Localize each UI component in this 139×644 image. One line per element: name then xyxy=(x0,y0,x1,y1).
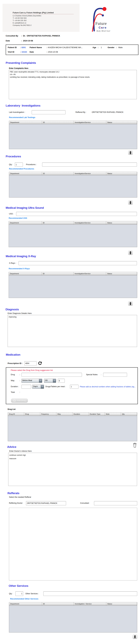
column-header: Department xyxy=(9,172,42,175)
way-label-colon: : xyxy=(20,380,20,382)
total-label-colon: : xyxy=(20,391,20,393)
gender-label: Gender xyxy=(108,46,114,48)
consult-date-label: Date xyxy=(6,40,10,42)
way-label-word: Way xyxy=(11,380,14,382)
xray-input-label: X-Rays : xyxy=(9,262,16,264)
procedures-table-body[interactable] xyxy=(9,175,137,198)
meal-timing-value: Before Meal xyxy=(22,379,39,382)
complaints-textarea[interactable]: FBC seen neutrophils elevated 77.5, mono… xyxy=(9,70,137,99)
column-header: Status xyxy=(106,121,137,124)
refferals-sub-label: Select the needed Refferal xyxy=(9,496,31,498)
uss-table-body[interactable] xyxy=(9,224,137,247)
other-services-input[interactable] xyxy=(43,592,137,596)
procedures-input[interactable] xyxy=(42,162,137,166)
drug-input[interactable] xyxy=(22,373,82,377)
frequency-select[interactable]: OD ▼ xyxy=(44,379,56,383)
recommended-xray-link[interactable]: Recommended X-Rays xyxy=(9,268,30,270)
lab-heading: Laboratory Investigations xyxy=(6,104,40,107)
prescription-id-input[interactable] xyxy=(24,361,36,366)
xray-table-body[interactable] xyxy=(9,276,137,298)
column-header: Way xyxy=(56,412,72,416)
company-title: Future Care by Future Holdings (Pty) Lim… xyxy=(13,12,78,14)
xray-delete-button[interactable] xyxy=(128,302,133,306)
uss-delete-button[interactable] xyxy=(128,251,133,255)
other-qty-input[interactable] xyxy=(16,592,23,596)
column-header: Drug ID xyxy=(8,412,24,416)
column-header: Status xyxy=(106,172,137,175)
column-header: ID xyxy=(42,121,74,124)
add-drug-button[interactable]: + Add Drug xyxy=(11,399,28,403)
lab-table-body[interactable] xyxy=(9,124,137,149)
reffering-doctor-input[interactable] xyxy=(26,501,66,505)
recommended-lab-testings-link[interactable]: Recommended Lab Testings xyxy=(9,116,35,118)
uss-input[interactable] xyxy=(16,212,137,216)
reffered-by-label: Reffered By : xyxy=(76,111,86,113)
column-header: Department xyxy=(9,272,42,275)
per-meal-input[interactable] xyxy=(70,385,78,389)
patient-row-2: Visit ID : 16164 Date : 2024-10-08 xyxy=(6,51,138,54)
drug-list-label: Drug List xyxy=(8,408,16,410)
column-header: Investigation/Service xyxy=(74,221,106,224)
meal-timing-select[interactable]: Before Meal ▼ xyxy=(22,379,42,383)
reffering-doctor-label: Reffering Doctor xyxy=(9,502,22,504)
visit-date-colon: : xyxy=(47,51,47,53)
other-services-delete-button[interactable] xyxy=(133,635,137,639)
column-header: Status xyxy=(106,272,137,275)
procedures-delete-button[interactable] xyxy=(128,200,133,205)
age-value: 1 xyxy=(101,46,102,48)
advice-textarea[interactable]: continue current mgt reassure xyxy=(8,453,137,486)
duration-unit-select[interactable]: Day/s ▼ xyxy=(32,385,44,389)
consult-date-colon: : xyxy=(21,40,22,42)
uss-table: DepartmentIDInvestigation/ServiceStatus xyxy=(9,221,137,247)
column-header: Duration xyxy=(72,412,89,416)
total-label: Total : xyxy=(11,391,20,393)
refresh-prescription-button[interactable] xyxy=(38,361,42,366)
consultant-input[interactable] xyxy=(94,501,137,505)
gender-colon: : xyxy=(116,46,116,48)
uss-input-label: USS : xyxy=(9,213,14,215)
column-header: Department xyxy=(9,121,42,124)
column-header: Investigation/Service xyxy=(74,172,106,175)
chevron-down-icon: ▼ xyxy=(39,379,42,382)
xray-table-header: DepartmentIDInvestigation/ServiceStatus xyxy=(9,272,137,276)
lab-delete-button[interactable] xyxy=(128,150,133,155)
procedures-qty-input[interactable] xyxy=(15,162,23,166)
diagnosis-textarea[interactable]: improving xyxy=(8,315,137,347)
advice-delete-button[interactable] xyxy=(133,442,137,448)
column-header: Drug xyxy=(24,412,40,416)
recommended-other-services-link[interactable]: Recommended Other Services xyxy=(10,598,38,600)
patient-info-box: Patient ID : 8261 Patient Name : KAIZEN … xyxy=(6,44,138,55)
procedures-input-label: Procedures : xyxy=(26,164,36,166)
recommended-procedures-link[interactable]: Recommended Procedures xyxy=(9,168,34,170)
duration-input[interactable] xyxy=(22,385,31,389)
company-info: Future Care by Future Holdings (Pty) Lim… xyxy=(13,12,78,26)
consulted-by-value: Dr. ORITSETSETOS RAPHAEL PINNICK xyxy=(23,35,60,37)
patient-id-label: Patient ID xyxy=(8,46,17,48)
recommended-uss-link[interactable]: Recommended USS xyxy=(9,217,27,219)
other-input-label: Other Services : xyxy=(26,592,39,595)
drug-list-table-body[interactable] xyxy=(8,416,137,441)
xray-input[interactable] xyxy=(18,261,137,265)
refferal-list-box[interactable] xyxy=(9,508,137,580)
xray-table: DepartmentIDInvestigation/ServiceStatus xyxy=(9,272,137,298)
way-qty-input[interactable] xyxy=(58,379,65,383)
special-notes-label: Special Notes : xyxy=(86,374,101,376)
lab-input-label: Lab Investingation : xyxy=(9,111,25,113)
diagnosis-label: Enter Diagnosis Details Here xyxy=(8,312,32,314)
column-header: ID xyxy=(42,602,74,606)
visit-id-colon: : xyxy=(20,51,21,53)
other-services-table-body[interactable] xyxy=(9,606,137,632)
company-number: Company No.8417652-2 xyxy=(13,24,78,26)
refferals-heading: Refferals xyxy=(8,492,20,495)
column-header: Status xyxy=(106,602,137,606)
column-header: Investigation/Service xyxy=(74,272,106,275)
visit-date-value: 2024-10-08 xyxy=(48,51,58,53)
frequency-value: OD xyxy=(44,379,53,382)
lab-table: DepartmentIDInvestigation/ServiceStatus xyxy=(9,121,137,149)
lab-investigation-input[interactable] xyxy=(32,110,66,114)
column-header: Qty xyxy=(121,412,137,416)
drug-label-colon: : xyxy=(20,374,20,376)
patient-name-value: KAIZEN MICAH CALEB ETIENNE MA... xyxy=(48,46,83,48)
column-header: Note xyxy=(105,412,121,416)
special-notes-input[interactable] xyxy=(103,373,127,377)
